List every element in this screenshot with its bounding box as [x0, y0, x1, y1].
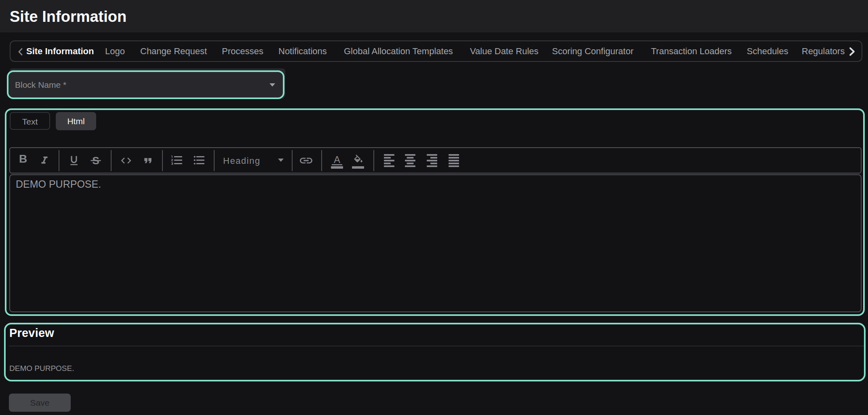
svg-text:A: A	[334, 155, 340, 165]
